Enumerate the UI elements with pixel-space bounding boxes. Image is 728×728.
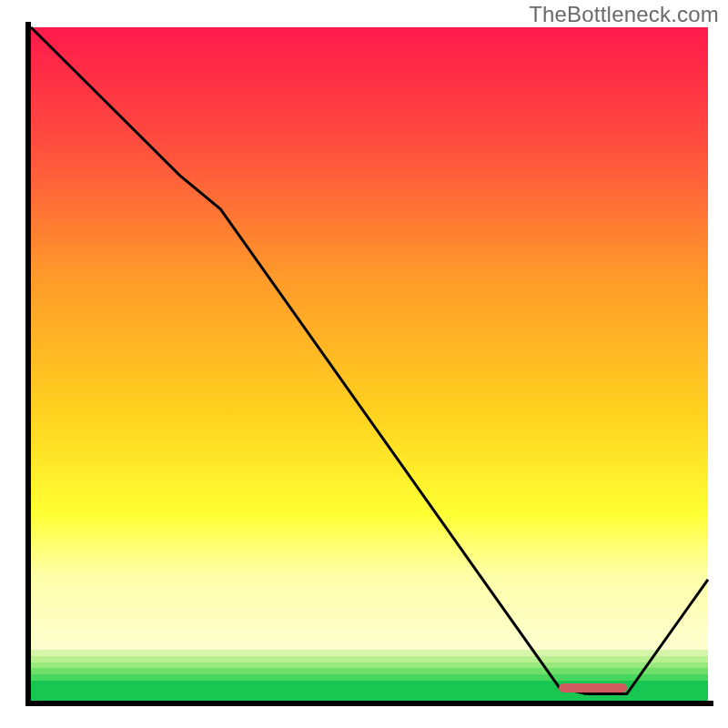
curve-path	[31, 27, 708, 694]
chart-container: TheBottleneck.com	[0, 0, 728, 728]
watermark-text: TheBottleneck.com	[529, 2, 719, 27]
y-axis	[25, 22, 31, 706]
bottleneck-curve	[31, 27, 708, 701]
chart-plot-area	[31, 27, 708, 701]
optimum-marker	[559, 683, 626, 693]
x-axis	[25, 701, 713, 706]
